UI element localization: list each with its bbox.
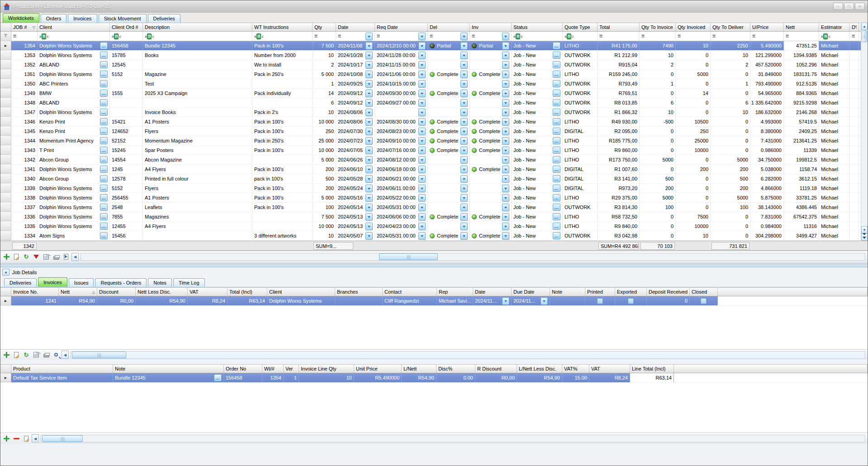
row-indicator[interactable] (0, 222, 11, 231)
filter-cell-client_ord[interactable]: aBc (110, 32, 143, 41)
text-filter-icon[interactable]: aBc (145, 33, 154, 39)
dropdown-button[interactable] (460, 137, 468, 145)
browse-button[interactable]: … (100, 128, 108, 135)
minimize-button[interactable]: – (833, 3, 843, 10)
text-filter-icon[interactable]: aBc (821, 33, 830, 39)
scroll-down-icon[interactable]: ▼ (861, 226, 868, 233)
title-bar[interactable]: Production - License valid to - 01-Jan-2… (0, 0, 868, 13)
dropdown-button[interactable] (502, 109, 509, 116)
closed-checkbox[interactable] (701, 298, 707, 304)
table-row[interactable]: 1338Dolphin Worxs Systems…256455A1 Poste… (0, 193, 868, 203)
browse-button[interactable]: … (100, 194, 108, 201)
row-indicator[interactable]: ▸ (0, 373, 11, 382)
jobdetails-tab-deliveries[interactable]: Deliveries (4, 278, 37, 287)
table-row[interactable]: 1343T Print…15245Spar PostersPack in 100… (0, 146, 868, 155)
column-header-description[interactable]: Description (143, 23, 252, 31)
equals-filter-icon[interactable]: = (852, 33, 855, 39)
dropdown-button[interactable] (460, 166, 468, 173)
browse-button[interactable]: … (100, 99, 108, 106)
browse-button[interactable]: … (553, 204, 560, 211)
column-header-req_date[interactable]: Req Date (375, 23, 428, 31)
browse-button[interactable]: … (100, 147, 108, 154)
dropdown-button[interactable] (502, 137, 509, 145)
dropdown-button[interactable] (365, 156, 373, 164)
browse-button[interactable]: … (553, 175, 560, 182)
dropdown-button[interactable] (502, 99, 509, 107)
column-header-job[interactable]: JOB #▽ (11, 23, 38, 31)
row-indicator[interactable] (0, 60, 11, 69)
tab-deliveries[interactable]: Deliveries (148, 14, 180, 23)
column-header-vat[interactable]: VAT (589, 365, 630, 373)
dropdown-button[interactable] (418, 232, 426, 240)
column-header-vat[interactable]: VAT (188, 288, 228, 296)
column-header-qty_to_invoice[interactable]: Qty To Invoice (640, 23, 676, 31)
scroll-left-icon[interactable]: ◄ (71, 253, 79, 261)
table-row[interactable]: 1346Kenzo Print…15421A1 PostersPack in 1… (0, 117, 868, 127)
dropdown-button[interactable] (460, 118, 468, 126)
table-row[interactable]: 1340Abcon Group…12578Printed in full col… (0, 174, 868, 184)
text-filter-icon[interactable]: aBc (39, 33, 48, 39)
dropdown-button[interactable] (418, 185, 426, 192)
dropdown-button[interactable] (418, 90, 426, 97)
column-header-exported[interactable]: Exported (615, 288, 647, 296)
filter-cell-nett[interactable]: = (784, 32, 819, 41)
column-header-quote_type[interactable]: Quote Type (563, 23, 598, 31)
dropdown-button[interactable] (418, 175, 426, 183)
column-header-invoice_no[interactable]: Invoice No. (11, 288, 59, 296)
collapse-panel-icon[interactable]: ▲ (2, 269, 9, 276)
row-indicator[interactable] (0, 108, 11, 117)
column-header-estimator[interactable]: Estimator (819, 23, 850, 31)
export-button[interactable] (62, 252, 71, 262)
filter-cell-client[interactable]: aBc (38, 32, 110, 41)
refresh-button[interactable]: ↻ (22, 350, 31, 359)
row-indicator[interactable]: ▸ (0, 296, 11, 305)
column-header-qty[interactable]: Qty (313, 23, 336, 31)
jobdetails-tab-time-log[interactable]: Time Log (173, 278, 204, 287)
browse-button[interactable]: … (553, 52, 560, 59)
row-indicator[interactable] (0, 51, 11, 60)
equals-filter-icon[interactable]: = (641, 33, 645, 39)
dropdown-button[interactable] (418, 33, 426, 40)
row-indicator[interactable] (0, 155, 11, 164)
jobdetails-tab-issues[interactable]: Issues (69, 278, 94, 287)
browse-button[interactable]: … (553, 232, 560, 239)
row-indicator[interactable] (0, 146, 11, 155)
filter-cell-status[interactable]: aBc (512, 32, 563, 41)
column-header-u_price[interactable]: U/Price (750, 23, 784, 31)
column-header-qty_to_deliver[interactable]: Qty To Deliver (711, 23, 750, 31)
horizontal-scrollbar[interactable] (41, 435, 865, 442)
column-header-total[interactable]: Total (598, 23, 640, 31)
dropdown-button[interactable] (502, 223, 509, 230)
printed-checkbox[interactable] (597, 298, 603, 304)
filter-indicator-cell[interactable] (0, 32, 11, 41)
dropdown-button[interactable] (418, 223, 426, 230)
dropdown-button[interactable] (365, 128, 373, 135)
column-header-l_nett[interactable]: L/Nett (402, 365, 436, 373)
dropdown-button[interactable] (460, 175, 468, 183)
dropdown-button[interactable] (460, 52, 468, 59)
row-indicator[interactable] (0, 203, 11, 212)
row-indicator[interactable]: ▸ (0, 41, 11, 50)
row-indicator[interactable] (0, 70, 11, 79)
scroll-thumb[interactable] (862, 30, 867, 42)
remove-button[interactable] (12, 434, 21, 443)
filter-cell-estimator[interactable]: aBc (819, 32, 850, 41)
layout-button[interactable] (42, 252, 51, 262)
exported-checkbox[interactable] (628, 298, 634, 304)
dropdown-button[interactable] (365, 223, 373, 230)
browse-button[interactable]: … (553, 61, 560, 68)
column-header-l_nett_less_disc[interactable]: L/Nett Less Disc. (517, 365, 562, 373)
dropdown-button[interactable] (418, 194, 426, 202)
column-header-invoice_line_qty[interactable]: Invoice Line Qty (299, 365, 354, 373)
dropdown-button[interactable] (365, 213, 373, 221)
scroll-to-end-icon[interactable] (861, 233, 868, 241)
row-indicator[interactable] (0, 98, 11, 107)
scroll-up-icon[interactable]: ▲ (861, 23, 868, 30)
filter-cell-wt[interactable]: aBc (252, 32, 313, 41)
dropdown-button[interactable] (418, 61, 426, 69)
dropdown-button[interactable] (365, 61, 373, 69)
dropdown-button[interactable] (365, 175, 373, 183)
column-header-note[interactable]: Note (113, 365, 224, 373)
dropdown-button[interactable] (365, 109, 373, 116)
column-header-order_no[interactable]: Order No (224, 365, 262, 373)
